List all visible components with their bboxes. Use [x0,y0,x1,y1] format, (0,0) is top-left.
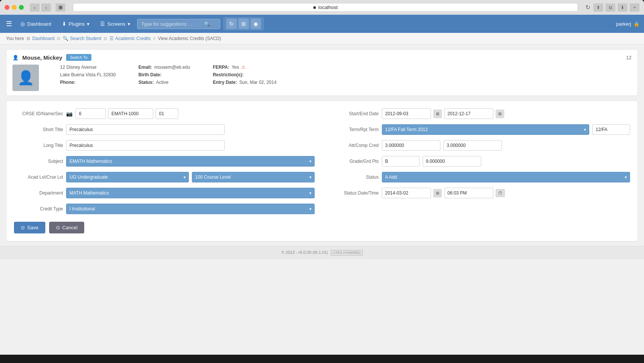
maximize-button[interactable] [19,5,24,10]
sidebar-toggle-button[interactable]: ⊞ [56,3,65,12]
status-field-label: Status [330,175,379,180]
date-inputs: ⊞ ⊞ [382,108,504,119]
subject-label: Subject [14,159,63,164]
crse-lvl-select[interactable]: 100 Course Level [192,172,315,182]
breadcrumb-dashboard-link[interactable]: Dashboard [32,36,55,41]
status-date-calendar-button[interactable]: ⊞ [433,189,442,198]
nav-screens[interactable]: ☰ Screens ▾ [96,19,134,29]
credit-type-label: Credit Type [14,206,63,212]
acad-lvl-label: Acad Lvl/Crse Lvl [14,175,63,180]
search-input[interactable] [141,21,202,27]
comp-cred-input[interactable] [443,140,502,151]
crse-id-input[interactable] [76,108,106,119]
breadcrumb-academic-credits-link[interactable]: ☰ Academic Credits [110,36,151,41]
att-cred-input[interactable] [382,140,440,151]
close-button[interactable] [5,5,9,10]
term-select[interactable]: 12/FA Fall Term 2012 [382,124,590,135]
breadcrumb-search-student-link[interactable]: 🔍 Search Student [63,36,101,41]
minimize-button[interactable] [12,5,17,10]
credit-type-select[interactable]: I Institutional [66,204,315,214]
forward-button[interactable]: › [41,3,51,12]
status-row: Status: Active [138,80,190,85]
camera-icon[interactable]: 📷 [66,111,73,117]
address1-value: 12 Disney Avenue [60,65,97,70]
crse-label: CRSE ID/Name/Sec [14,111,63,116]
share-button[interactable]: ⬆ [593,3,603,12]
copyright-text: © 2013 - r6.0.00 (t6.1.01) [281,250,328,255]
grade-grd-row: Grade/Grd Pts [330,156,630,167]
duplicate-button[interactable]: ⧉ [605,3,615,12]
app-footer: © 2013 - r6.0.00 (t6.1.01) LITEN POWERED [0,246,644,259]
refresh-icon-button[interactable]: ↻ [226,19,237,29]
status-date-label: Status Date/Time [330,190,379,196]
search-icon: 🔍 [204,21,210,27]
browser-action-buttons: ⬆ ⧉ ⬇ + [593,3,639,12]
grd-pts-input[interactable] [423,156,481,167]
save-icon: ⊙ [21,225,25,230]
breadcrumb-separator-1: ⊙ [57,36,60,41]
end-date-calendar-button[interactable]: ⊞ [496,110,504,118]
form-grid: CRSE ID/Name/Sec 📷 Short Title Long Titl… [14,108,630,214]
cancel-button[interactable]: ⊙ Cancel [49,222,84,233]
crse-sec-input[interactable] [156,108,178,119]
long-title-input[interactable] [66,140,225,151]
reload-button[interactable]: ↻ [585,4,590,11]
breadcrumb: You here ⊙ Dashboard ⊙ 🔍 Search Student … [0,33,644,45]
crse-name-input[interactable] [108,108,153,119]
status-time-input[interactable] [444,188,493,198]
acad-lvl-select[interactable]: UG Undergraduate [66,172,189,182]
ferpa-value: Yes [232,65,239,70]
status-date-input[interactable] [382,188,431,198]
subject-select[interactable]: EMATH Mathematics [66,156,315,167]
form-button-row: ⊙ Save ⊙ Cancel [14,222,630,233]
status-date-row: Status Date/Time ⊞ ⏱ [330,188,630,198]
save-button[interactable]: ⊙ Save [14,222,45,233]
grid-icon-button[interactable]: ⊞ [238,19,249,29]
email-value[interactable]: mousem@eb.edu [154,65,190,70]
email-row: Email: mousem@eb.edu [138,65,190,70]
liten-badge: LITEN POWERED [331,250,363,255]
nav-dashboard[interactable]: ◎ Dashboard [17,19,55,29]
grade-input[interactable] [382,156,420,167]
add-tab-button[interactable]: + [630,3,639,12]
student-avatar: 👤 [12,65,39,91]
breadcrumb-academic-credits-label: Academic Credits [115,36,151,41]
academic-credit-form: CRSE ID/Name/Sec 📷 Short Title Long Titl… [6,100,638,241]
department-label: Department [14,190,63,196]
status-value: Active [156,80,168,85]
ferpa-label: FERPA: [213,65,229,70]
att-comp-label: Att/Comp Cred [330,143,379,148]
breadcrumb-current-page: View Academic Credits (SACD) [158,36,221,41]
user-menu[interactable]: parkerj 🔒 [616,21,639,27]
end-date-input[interactable] [444,108,493,119]
nav-plugins[interactable]: ⬇ Plugins ▾ [58,19,94,29]
form-left-column: CRSE ID/Name/Sec 📷 Short Title Long Titl… [14,108,315,214]
cancel-label: Cancel [62,225,77,230]
restrictions-row: Restriction(s): [213,72,276,77]
status-select[interactable]: A Add [382,172,630,182]
crse-inputs [76,108,178,119]
student-address-col: 12 Disney Avenue Lake Buena Vista FL 328… [60,65,116,85]
download-button[interactable]: ⬇ [618,3,627,12]
phone-row: Phone: [60,80,116,85]
student-contact-col: Email: mousem@eb.edu Birth Date: Status:… [138,65,190,85]
global-search-bar[interactable]: 🔍 [137,19,220,29]
rpt-term-input[interactable] [592,124,630,135]
browser-navigation: ‹ › [30,3,51,12]
birth-date-row: Birth Date: [138,72,190,77]
switch-to-button[interactable]: Switch To [66,54,91,61]
status-time-clock-button[interactable]: ⏱ [496,189,505,197]
breadcrumb-home-icon: ⊙ [26,36,30,41]
short-title-input[interactable] [66,124,225,135]
short-title-label: Short Title [14,127,63,132]
short-title-row: Short Title [14,124,315,135]
screens-icon: ☰ [100,21,105,27]
start-date-input[interactable] [382,108,431,119]
department-select[interactable]: MATH Mathematics [66,188,315,198]
start-date-calendar-button[interactable]: ⊞ [433,110,442,118]
back-button[interactable]: ‹ [30,3,40,12]
entry-date-value: Sun, Mar 02, 2014 [239,80,276,85]
hamburger-menu-button[interactable]: ☰ [5,18,14,29]
student-ferpa-col: FERPA: Yes ⚠ Restriction(s): Entry Date:… [213,65,276,85]
circle-icon-button[interactable]: ◉ [250,19,261,29]
